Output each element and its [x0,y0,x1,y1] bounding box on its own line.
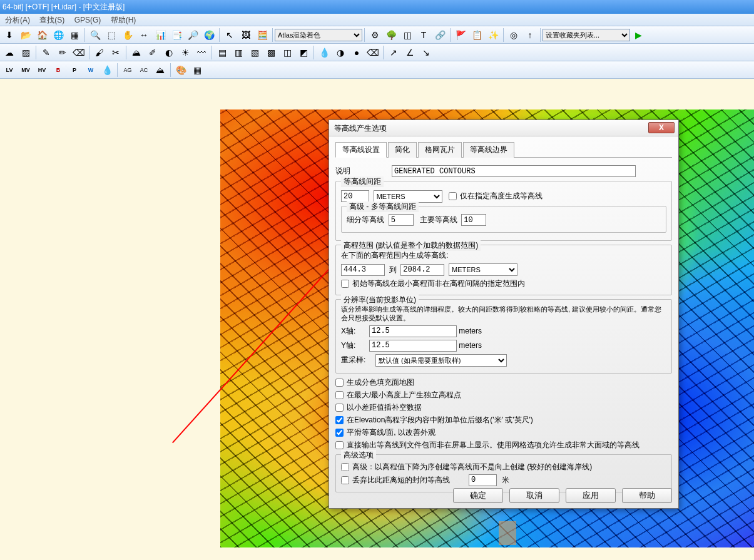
zoom-out-icon[interactable]: 🔎 [185,28,200,43]
zoom-area-icon[interactable]: ⬚ [104,28,119,43]
mesh5-icon[interactable]: ◫ [280,45,295,60]
draw-icon[interactable]: ✐ [145,45,160,60]
opt-fill-check[interactable]: 生成分色填充面地图 [335,377,672,388]
apply-button[interactable]: 应用 [566,488,616,503]
range-to-input[interactable] [400,264,444,276]
flag-icon[interactable]: 🚩 [453,28,468,43]
hill-icon[interactable]: ⛰ [129,45,144,60]
mask-icon[interactable]: ◐ [161,45,176,60]
tab-boundary[interactable]: 等高线边界 [463,142,514,158]
menu-search[interactable]: 查找(S) [36,14,68,27]
palette-icon[interactable]: 🎨 [173,63,188,78]
mesh3-icon[interactable]: ▧ [247,45,262,60]
scissors-icon[interactable]: ✂ [108,45,123,60]
opt-spot-check[interactable]: 在最大/最小高度上产生独立高程点 [335,390,672,400]
b-badge[interactable]: B [51,63,66,78]
hv-badge[interactable]: HV [34,63,49,78]
gear-icon[interactable]: ⚙ [367,28,382,43]
wand2-icon[interactable]: ✏ [55,45,70,60]
tree-icon[interactable]: 🌳 [384,28,399,43]
tool-globe-icon[interactable]: 🌐 [51,28,66,43]
render-select[interactable]: Atlas渲染着色 [275,29,362,41]
close-button[interactable]: X [648,122,675,133]
ne-icon[interactable]: ↗ [386,45,401,60]
text-icon[interactable]: T [416,28,431,43]
ag-badge[interactable]: AG [120,63,135,78]
curve-icon[interactable]: 〰 [194,45,209,60]
erase-icon[interactable]: ⌫ [71,45,86,60]
lv-badge[interactable]: LV [2,63,17,78]
range-from-input[interactable] [341,264,385,276]
range-unit-select[interactable]: METERS [449,263,517,276]
grid2-icon[interactable]: ▦ [190,63,205,78]
desc-input[interactable] [392,165,636,177]
favorites-select[interactable]: 设置收藏夹列表... [543,29,630,41]
w-badge[interactable]: W [83,63,98,78]
dialog-titlebar[interactable]: 等高线产生选项 X [329,120,678,136]
drop-icon[interactable]: 💧 [317,45,332,60]
picture-icon[interactable]: 🖼 [238,28,253,43]
tab-contour-settings[interactable]: 等高线设置 [335,142,387,158]
opt-smooth-check[interactable]: 平滑等高线/面, 以改善外观 [335,427,672,438]
cube-icon[interactable]: ◫ [400,28,415,43]
major-input[interactable] [461,214,486,226]
y-input[interactable] [369,340,457,352]
ok-button[interactable]: 确定 [453,488,503,503]
star-icon[interactable]: ☀ [178,45,193,60]
menu-help[interactable]: 帮助(H) [107,14,140,27]
zoom-in-icon[interactable]: 🔍 [88,28,103,43]
mesh1-icon[interactable]: ▤ [215,45,230,60]
brush-icon[interactable]: 🖌 [92,45,107,60]
water-icon[interactable]: 💧 [99,63,115,78]
target-icon[interactable]: ◎ [506,28,521,43]
calc-icon[interactable]: 🧮 [255,28,270,43]
x-input[interactable] [369,325,457,337]
cancel-button[interactable]: 取消 [509,488,559,503]
interval-unit-select[interactable]: METERS [374,190,442,203]
arrow-icon[interactable]: ↑ [522,28,537,43]
link-icon[interactable]: 🔗 [432,28,447,43]
p-badge[interactable]: P [67,63,82,78]
opt-export-check[interactable]: 直接输出等高线到文件包而非在屏幕上显示。使用网格选项允许生成非常大面域的等高线 [335,440,672,451]
layers-icon[interactable]: 📋 [469,28,484,43]
cursor-icon[interactable]: ↖ [222,28,237,43]
minor-input[interactable] [389,214,414,226]
tab-grid-tiles[interactable]: 格网瓦片 [418,142,462,158]
pan-icon[interactable]: ✋ [120,28,135,43]
mesh6-icon[interactable]: ◩ [296,45,311,60]
opt-interp-check[interactable]: 以小差距值插补空数据 [335,402,672,413]
shade-icon[interactable]: ◑ [333,45,348,60]
discard-dist-input[interactable] [469,474,497,486]
tool-down-icon[interactable]: ⬇ [2,28,17,43]
del-icon[interactable]: ⌫ [365,45,380,60]
adv-discard-check[interactable]: 丢弃比此距离短的封闭等高线 米 [341,474,666,486]
burst-icon[interactable]: ✨ [486,28,501,43]
help-button[interactable]: 帮助 [622,488,672,503]
tool-grid-icon[interactable]: ▦ [67,28,82,43]
mesh2-icon[interactable]: ▥ [231,45,246,60]
play-icon[interactable]: ▶ [631,28,646,43]
tool-open-icon[interactable]: 📂 [18,28,33,43]
adv-descend-check[interactable]: 高级：以高程值下降为序创建等高线而不是向上创建 (较好的创建海岸线) [341,462,666,472]
tool-home-icon[interactable]: 🏠 [34,28,49,43]
se-icon[interactable]: ↘ [419,45,434,60]
tab-simplify[interactable]: 简化 [388,142,417,158]
angle-icon[interactable]: ∠ [402,45,417,60]
globe2-icon[interactable]: 🌍 [201,28,217,43]
hatch-icon[interactable]: ▨ [18,45,33,60]
start-min-check[interactable]: 初始等高线在最小高程而非在高程间隔的指定范围内 [341,278,666,289]
clouds-icon[interactable]: ☁ [2,45,17,60]
opt-suffix-check[interactable]: 在Elevation高程字段内容中附加单位后缀名('米' 或'英尺') [335,415,672,425]
terrain-icon[interactable]: ⛰ [153,63,168,78]
resample-select[interactable]: 默认值 (如果需要重新取样) [375,354,507,367]
tool-docs-icon[interactable]: 📑 [169,28,184,43]
mv-badge[interactable]: MV [18,63,33,78]
tool-chart-icon[interactable]: 📊 [153,28,168,43]
interval-input[interactable] [341,190,369,202]
menu-analysis[interactable]: 分析(A) [1,14,34,27]
mesh4-icon[interactable]: ▩ [263,45,278,60]
sphere-icon[interactable]: ● [349,45,364,60]
only-at-height-check[interactable]: 仅在指定高度生成等高线 [449,191,543,201]
ac-badge[interactable]: AC [136,63,151,78]
menu-gps[interactable]: GPS(G) [71,14,105,26]
